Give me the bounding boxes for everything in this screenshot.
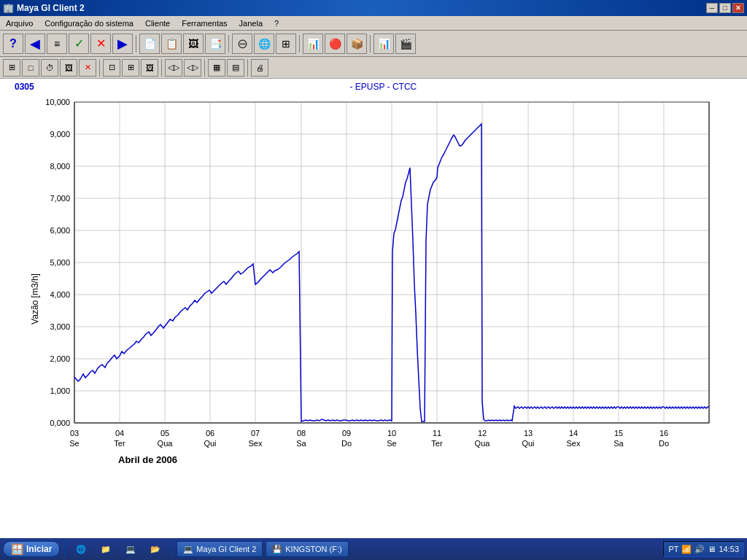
- list-button[interactable]: ≡: [47, 34, 67, 54]
- x-label-07: 07: [251, 429, 260, 438]
- x-sublabel-13: Qui: [522, 439, 534, 448]
- confirm-button[interactable]: ✓: [69, 34, 89, 54]
- help-button[interactable]: ?: [3, 34, 23, 54]
- tb2-btn2[interactable]: □: [22, 59, 39, 77]
- tb2-btn5[interactable]: ✕: [79, 59, 96, 77]
- tb2-btn6[interactable]: ⊡: [103, 59, 120, 77]
- x-label-12: 12: [478, 429, 487, 438]
- start-button[interactable]: 🪟 Iniciar: [3, 541, 60, 557]
- x-sublabel-09: Do: [341, 439, 352, 448]
- y-tick-5000: 5,000: [50, 258, 70, 267]
- sep4: [370, 35, 371, 52]
- x-sublabel-10: Se: [387, 439, 396, 448]
- x-sublabel-06: Qui: [204, 439, 216, 448]
- system-tray: PT 📶 🔊 🖥 14:53: [663, 541, 744, 557]
- chart-svg: Vazão [m3/h] 10,000 9,000 8,000 7,000 6,…: [16, 95, 731, 481]
- x-sublabel-15: Sa: [614, 439, 624, 448]
- x-sublabel-03: Se: [69, 439, 79, 448]
- red-button[interactable]: 🔴: [325, 34, 345, 54]
- menu-config[interactable]: Configuração do sistema: [42, 18, 136, 28]
- x-label-05: 05: [160, 429, 169, 438]
- sep5: [99, 59, 100, 77]
- minus-button[interactable]: ⊖: [232, 34, 252, 54]
- lang-indicator: PT: [668, 545, 678, 553]
- tb2-btn10[interactable]: ◁▷: [184, 59, 201, 77]
- globe-button[interactable]: 🌐: [254, 34, 274, 54]
- doc3-button[interactable]: 📑: [205, 34, 225, 54]
- y-tick-4000: 4,000: [50, 290, 70, 299]
- main-content: 0305 - EPUSP - CTCC Vazão [m3/h] 10,000: [0, 79, 747, 538]
- menu-bar: Arquivo Configuração do sistema Cliente …: [0, 16, 747, 31]
- forward-button[interactable]: ▶: [112, 34, 133, 54]
- x-sublabel-14: Sex: [567, 439, 581, 448]
- x-label-11: 11: [433, 429, 441, 438]
- chart-button[interactable]: 📊: [303, 34, 323, 54]
- tb2-btn4[interactable]: 🖼: [60, 59, 77, 77]
- x-label-06: 06: [206, 429, 214, 438]
- y-tick-3000: 3,000: [50, 322, 70, 331]
- x-label-09: 09: [342, 429, 351, 438]
- video-button[interactable]: 🎬: [395, 34, 416, 54]
- sep6: [161, 59, 162, 77]
- maya-icon: 💻: [183, 545, 193, 554]
- tray-icon2: 🔊: [694, 545, 705, 554]
- back-button[interactable]: ◀: [25, 34, 45, 54]
- taskbar: 🪟 Iniciar 🌐 📁 💻 📂 💻 Maya GI Client 2 💾 K…: [0, 538, 747, 560]
- x-sublabel-12: Qua: [475, 439, 491, 448]
- sep7: [204, 59, 205, 77]
- tb2-btn12[interactable]: ▤: [227, 59, 244, 77]
- img-button[interactable]: 🖼: [183, 34, 204, 54]
- close-button[interactable]: ✕: [732, 3, 744, 13]
- y-tick-9000: 9,000: [50, 130, 70, 139]
- taskbar-sep: [64, 541, 66, 557]
- menu-cliente[interactable]: Cliente: [142, 18, 173, 28]
- x-label-13: 13: [524, 429, 533, 438]
- tb2-btn13[interactable]: 🖨: [251, 59, 268, 77]
- menu-ferramentas[interactable]: Ferramentas: [179, 18, 230, 28]
- minimize-button[interactable]: ─: [706, 3, 718, 13]
- chart-title-left: 0305: [15, 82, 34, 92]
- menu-help[interactable]: ?: [271, 18, 282, 28]
- x-label-14: 14: [569, 429, 578, 438]
- taskbar-ie[interactable]: 🌐: [70, 541, 92, 557]
- tb2-btn8[interactable]: 🖼: [141, 59, 158, 77]
- x-label-10: 10: [387, 429, 396, 438]
- grid-button[interactable]: ⊞: [276, 34, 296, 54]
- y-axis-label: Vazão [m3/h]: [30, 273, 40, 324]
- tb2-btn9[interactable]: ◁▷: [165, 59, 182, 77]
- x-sublabel-04: Ter: [114, 439, 125, 448]
- taskbar-folder[interactable]: 📂: [144, 541, 166, 557]
- toolbar-2: ⊞ □ ⏱ 🖼 ✕ ⊡ ⊞ 🖼 ◁▷ ◁▷ ▦ ▤ 🖨: [0, 57, 747, 79]
- maximize-button[interactable]: □: [719, 3, 731, 13]
- doc2-button[interactable]: 📋: [161, 34, 182, 54]
- tb2-btn1[interactable]: ⊞: [3, 59, 20, 77]
- sep8: [247, 59, 248, 77]
- tb2-btn7[interactable]: ⊞: [122, 59, 139, 77]
- tray-icon3: 🖥: [708, 545, 716, 553]
- title-bar: 🏢 Maya GI Client 2 ─ □ ✕: [0, 0, 747, 16]
- taskbar-maya[interactable]: 💻 Maya GI Client 2: [177, 541, 263, 557]
- cancel-button[interactable]: ✕: [90, 34, 111, 54]
- tb2-btn3[interactable]: ⏱: [41, 59, 58, 77]
- taskbar-kingston[interactable]: 💾 KINGSTON (F:): [266, 541, 348, 557]
- start-label: Iniciar: [26, 544, 52, 554]
- x-label-15: 15: [614, 429, 623, 438]
- taskbar-explorer[interactable]: 📁: [95, 541, 117, 557]
- taskbar-right: PT 📶 🔊 🖥 14:53: [663, 541, 744, 557]
- x-label-04: 04: [115, 429, 124, 438]
- window-title: Maya GI Client 2: [17, 3, 85, 13]
- tb2-btn11[interactable]: ▦: [208, 59, 225, 77]
- taskbar-comp[interactable]: 💻: [120, 541, 142, 557]
- menu-janela[interactable]: Janela: [236, 18, 266, 28]
- chart-header: 0305 - EPUSP - CTCC: [0, 79, 747, 95]
- y-tick-7000: 7,000: [50, 194, 70, 203]
- bar-button[interactable]: 📊: [374, 34, 394, 54]
- doc-button[interactable]: 📄: [139, 34, 160, 54]
- sep2: [228, 35, 229, 52]
- clock: 14:53: [719, 545, 739, 553]
- box-button[interactable]: 📦: [347, 34, 367, 54]
- menu-arquivo[interactable]: Arquivo: [3, 18, 36, 28]
- tray-icon1: 📶: [681, 545, 692, 554]
- y-tick-8000: 8,000: [50, 162, 70, 171]
- toolbar-1: ? ◀ ≡ ✓ ✕ ▶ 📄 📋 🖼 📑 ⊖ 🌐 ⊞ 📊 🔴 📦 📊 🎬: [0, 31, 747, 57]
